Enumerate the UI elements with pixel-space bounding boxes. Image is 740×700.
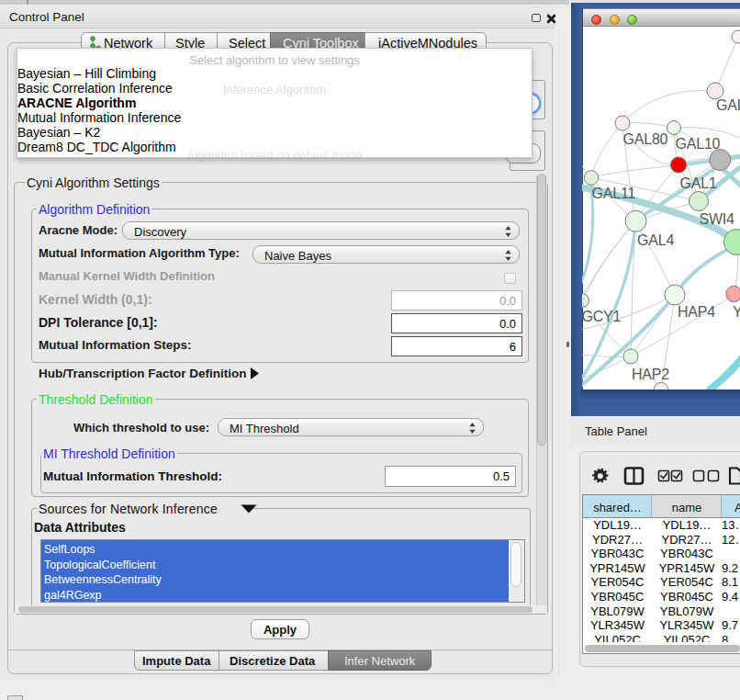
svg-text:HAP4: HAP4 (678, 304, 715, 320)
svg-text:GAL8: GAL8 (716, 97, 740, 113)
svg-text:GAL10: GAL10 (676, 136, 721, 152)
svg-text:GAL1: GAL1 (680, 175, 717, 191)
svg-text:HAP2: HAP2 (632, 367, 669, 382)
svg-text:Y: Y (733, 304, 740, 320)
svg-text:GAL4: GAL4 (637, 232, 674, 248)
svg-text:SWI4: SWI4 (700, 211, 735, 227)
svg-text:GCY1: GCY1 (582, 309, 622, 324)
svg-text:GAL11: GAL11 (592, 186, 636, 201)
svg-text:GAL80: GAL80 (623, 131, 668, 147)
